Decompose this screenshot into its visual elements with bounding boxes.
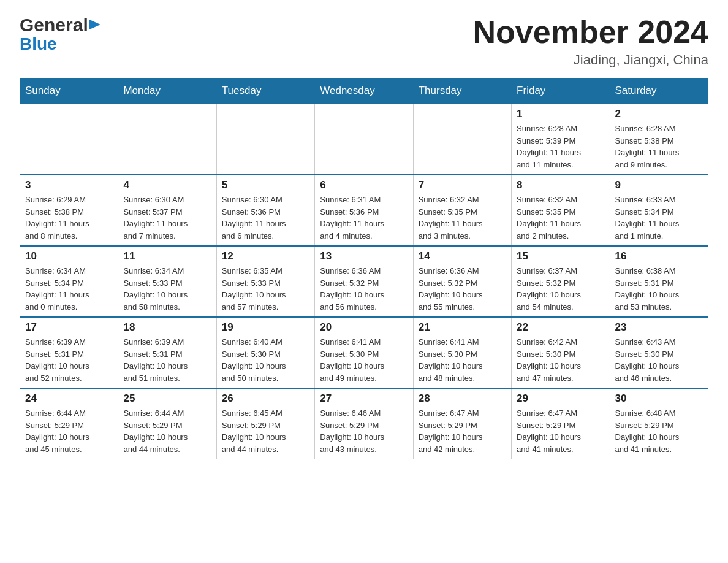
- day-number: 10: [25, 250, 113, 262]
- day-number: 17: [25, 321, 113, 334]
- day-info: Sunrise: 6:47 AM Sunset: 5:29 PM Dayligh…: [517, 407, 604, 455]
- calendar-day-cell: 21Sunrise: 6:41 AM Sunset: 5:30 PM Dayli…: [413, 317, 511, 388]
- day-number: 24: [25, 393, 113, 405]
- calendar-day-cell: 8Sunrise: 6:32 AM Sunset: 5:35 PM Daylig…: [512, 175, 610, 246]
- day-number: 28: [419, 393, 506, 405]
- logo-blue-text: Blue: [20, 34, 57, 54]
- calendar-day-cell: 12Sunrise: 6:35 AM Sunset: 5:33 PM Dayli…: [216, 246, 314, 317]
- main-title: November 2024: [473, 15, 708, 50]
- calendar-day-cell: 28Sunrise: 6:47 AM Sunset: 5:29 PM Dayli…: [413, 388, 511, 459]
- calendar-day-cell: 16Sunrise: 6:38 AM Sunset: 5:31 PM Dayli…: [610, 246, 708, 317]
- day-info: Sunrise: 6:47 AM Sunset: 5:29 PM Dayligh…: [419, 407, 506, 455]
- day-info: Sunrise: 6:39 AM Sunset: 5:31 PM Dayligh…: [25, 336, 113, 384]
- calendar-day-cell: 7Sunrise: 6:32 AM Sunset: 5:35 PM Daylig…: [413, 175, 511, 246]
- day-number: 7: [419, 179, 506, 191]
- day-number: 4: [123, 179, 211, 191]
- day-info: Sunrise: 6:40 AM Sunset: 5:30 PM Dayligh…: [222, 336, 309, 384]
- calendar-day-cell: 4Sunrise: 6:30 AM Sunset: 5:37 PM Daylig…: [118, 175, 216, 246]
- day-number: 1: [517, 108, 604, 120]
- day-info: Sunrise: 6:32 AM Sunset: 5:35 PM Dayligh…: [517, 194, 604, 242]
- day-number: 16: [615, 250, 703, 262]
- calendar-day-cell: [118, 104, 216, 175]
- calendar-day-cell: [20, 104, 118, 175]
- day-info: Sunrise: 6:28 AM Sunset: 5:38 PM Dayligh…: [615, 123, 703, 170]
- calendar-day-cell: [315, 104, 413, 175]
- day-number: 2: [615, 108, 703, 120]
- calendar-day-cell: 9Sunrise: 6:33 AM Sunset: 5:34 PM Daylig…: [610, 175, 708, 246]
- day-number: 15: [517, 250, 604, 262]
- day-number: 30: [615, 393, 703, 405]
- day-number: 19: [222, 321, 309, 334]
- header-sunday: Sunday: [20, 79, 118, 104]
- page-header: General Blue November 2024 Jiading, Jian…: [20, 15, 708, 68]
- calendar-week-row: 24Sunrise: 6:44 AM Sunset: 5:29 PM Dayli…: [20, 388, 708, 459]
- calendar-week-row: 17Sunrise: 6:39 AM Sunset: 5:31 PM Dayli…: [20, 317, 708, 388]
- logo-general-text: General: [20, 15, 88, 36]
- calendar-day-cell: 26Sunrise: 6:45 AM Sunset: 5:29 PM Dayli…: [216, 388, 314, 459]
- day-number: 25: [123, 393, 211, 405]
- calendar-day-cell: 11Sunrise: 6:34 AM Sunset: 5:33 PM Dayli…: [118, 246, 216, 317]
- calendar-day-cell: 22Sunrise: 6:42 AM Sunset: 5:30 PM Dayli…: [512, 317, 610, 388]
- day-info: Sunrise: 6:37 AM Sunset: 5:32 PM Dayligh…: [517, 265, 604, 313]
- day-info: Sunrise: 6:41 AM Sunset: 5:30 PM Dayligh…: [320, 336, 408, 384]
- calendar-day-cell: 24Sunrise: 6:44 AM Sunset: 5:29 PM Dayli…: [20, 388, 118, 459]
- logo: General Blue: [20, 15, 103, 54]
- day-info: Sunrise: 6:36 AM Sunset: 5:32 PM Dayligh…: [419, 265, 506, 313]
- calendar-day-cell: 27Sunrise: 6:46 AM Sunset: 5:29 PM Dayli…: [315, 388, 413, 459]
- header-monday: Monday: [118, 79, 216, 104]
- header-friday: Friday: [512, 79, 610, 104]
- day-number: 6: [320, 179, 408, 191]
- day-number: 3: [25, 179, 113, 191]
- day-number: 14: [419, 250, 506, 262]
- day-number: 21: [419, 321, 506, 334]
- day-number: 23: [615, 321, 703, 334]
- calendar-day-cell: 25Sunrise: 6:44 AM Sunset: 5:29 PM Dayli…: [118, 388, 216, 459]
- day-number: 22: [517, 321, 604, 334]
- day-number: 20: [320, 321, 408, 334]
- calendar-day-cell: 5Sunrise: 6:30 AM Sunset: 5:36 PM Daylig…: [216, 175, 314, 246]
- day-info: Sunrise: 6:38 AM Sunset: 5:31 PM Dayligh…: [615, 265, 703, 313]
- day-info: Sunrise: 6:41 AM Sunset: 5:30 PM Dayligh…: [419, 336, 506, 384]
- calendar-day-cell: 15Sunrise: 6:37 AM Sunset: 5:32 PM Dayli…: [512, 246, 610, 317]
- day-info: Sunrise: 6:30 AM Sunset: 5:36 PM Dayligh…: [222, 194, 309, 242]
- day-number: 5: [222, 179, 309, 191]
- svg-marker-0: [89, 20, 100, 29]
- calendar-day-cell: [413, 104, 511, 175]
- calendar-header-row: Sunday Monday Tuesday Wednesday Thursday…: [20, 79, 708, 104]
- calendar-table: Sunday Monday Tuesday Wednesday Thursday…: [20, 78, 708, 459]
- calendar-week-row: 1Sunrise: 6:28 AM Sunset: 5:39 PM Daylig…: [20, 104, 708, 175]
- calendar-day-cell: 17Sunrise: 6:39 AM Sunset: 5:31 PM Dayli…: [20, 317, 118, 388]
- day-info: Sunrise: 6:34 AM Sunset: 5:33 PM Dayligh…: [123, 265, 211, 313]
- calendar-day-cell: 13Sunrise: 6:36 AM Sunset: 5:32 PM Dayli…: [315, 246, 413, 317]
- day-info: Sunrise: 6:35 AM Sunset: 5:33 PM Dayligh…: [222, 265, 309, 313]
- calendar-day-cell: 30Sunrise: 6:48 AM Sunset: 5:29 PM Dayli…: [610, 388, 708, 459]
- header-tuesday: Tuesday: [216, 79, 314, 104]
- calendar-week-row: 10Sunrise: 6:34 AM Sunset: 5:34 PM Dayli…: [20, 246, 708, 317]
- header-thursday: Thursday: [413, 79, 511, 104]
- day-info: Sunrise: 6:31 AM Sunset: 5:36 PM Dayligh…: [320, 194, 408, 242]
- day-info: Sunrise: 6:34 AM Sunset: 5:34 PM Dayligh…: [25, 265, 113, 313]
- calendar-day-cell: 20Sunrise: 6:41 AM Sunset: 5:30 PM Dayli…: [315, 317, 413, 388]
- day-info: Sunrise: 6:42 AM Sunset: 5:30 PM Dayligh…: [517, 336, 604, 384]
- calendar-day-cell: 1Sunrise: 6:28 AM Sunset: 5:39 PM Daylig…: [512, 104, 610, 175]
- day-number: 11: [123, 250, 211, 262]
- day-info: Sunrise: 6:44 AM Sunset: 5:29 PM Dayligh…: [123, 407, 211, 455]
- logo-triangle-icon: [89, 20, 103, 33]
- day-number: 29: [517, 393, 604, 405]
- day-number: 13: [320, 250, 408, 262]
- calendar-day-cell: 3Sunrise: 6:29 AM Sunset: 5:38 PM Daylig…: [20, 175, 118, 246]
- calendar-day-cell: 10Sunrise: 6:34 AM Sunset: 5:34 PM Dayli…: [20, 246, 118, 317]
- day-info: Sunrise: 6:33 AM Sunset: 5:34 PM Dayligh…: [615, 194, 703, 242]
- calendar-day-cell: 29Sunrise: 6:47 AM Sunset: 5:29 PM Dayli…: [512, 388, 610, 459]
- header-wednesday: Wednesday: [315, 79, 413, 104]
- day-number: 18: [123, 321, 211, 334]
- calendar-day-cell: 18Sunrise: 6:39 AM Sunset: 5:31 PM Dayli…: [118, 317, 216, 388]
- title-area: November 2024 Jiading, Jiangxi, China: [473, 15, 708, 68]
- day-number: 8: [517, 179, 604, 191]
- subtitle: Jiading, Jiangxi, China: [473, 52, 708, 68]
- day-info: Sunrise: 6:46 AM Sunset: 5:29 PM Dayligh…: [320, 407, 408, 455]
- day-info: Sunrise: 6:43 AM Sunset: 5:30 PM Dayligh…: [615, 336, 703, 384]
- day-info: Sunrise: 6:39 AM Sunset: 5:31 PM Dayligh…: [123, 336, 211, 384]
- day-info: Sunrise: 6:32 AM Sunset: 5:35 PM Dayligh…: [419, 194, 506, 242]
- day-number: 9: [615, 179, 703, 191]
